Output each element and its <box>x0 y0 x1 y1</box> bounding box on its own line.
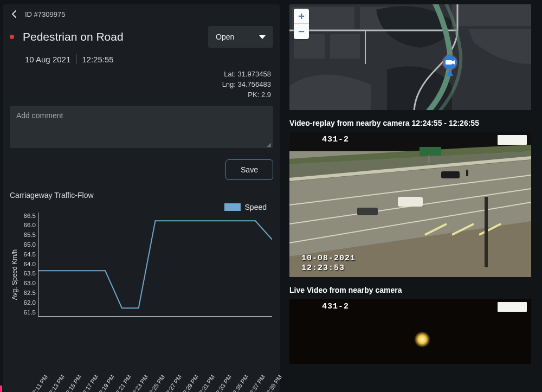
video-replay-label: Video-replay from nearby camera 12:24:55… <box>289 119 531 127</box>
lat-value: Lat: 31.973458 <box>10 69 271 80</box>
incident-title: Pedestrian on Road <box>23 30 124 43</box>
light-flare-icon <box>414 331 430 348</box>
svg-rect-33 <box>441 171 460 178</box>
chart-legend: Speed <box>10 203 273 211</box>
zoom-out-button[interactable]: − <box>294 24 309 39</box>
chart-plot-area <box>38 213 272 317</box>
incident-date: 10 Aug 2021 <box>25 55 70 64</box>
svg-rect-35 <box>357 208 378 215</box>
divider <box>76 54 76 64</box>
video-live[interactable]: 431-2 <box>289 299 531 364</box>
back-button[interactable] <box>10 10 18 18</box>
chart-title: Carriageway Traffic-Flow <box>10 191 273 200</box>
svg-rect-28 <box>446 60 452 65</box>
status-select[interactable]: Open <box>208 26 273 48</box>
incident-time: 12:25:55 <box>82 55 113 64</box>
y-axis-label: Avg. Speed Km/h <box>10 249 20 300</box>
speed-chart: Avg. Speed Km/h 66.566.065.565.064.564.0… <box>10 213 273 337</box>
comment-input[interactable] <box>10 106 273 148</box>
status-value: Open <box>216 33 234 41</box>
pk-value: PK: 2.9 <box>10 90 271 100</box>
incident-id: ID #7309975 <box>25 10 65 18</box>
y-axis-ticks: 66.566.065.565.064.564.063.563.062.562.0… <box>20 213 38 316</box>
save-button[interactable]: Save <box>225 159 273 180</box>
svg-rect-32 <box>428 156 430 163</box>
replay-camera-id: 431-2 <box>322 135 349 144</box>
camera-pin-icon <box>440 54 460 78</box>
edge-indicator <box>0 385 2 392</box>
zoom-in-button[interactable]: + <box>294 9 309 24</box>
legend-speed-label: Speed <box>245 203 267 211</box>
watermark-icon <box>498 302 527 312</box>
severity-dot-icon <box>10 35 14 39</box>
legend-swatch-icon <box>224 203 241 211</box>
live-camera-id: 431-2 <box>322 302 349 311</box>
replay-time-overlay: 12:23:53 <box>301 264 345 273</box>
replay-date-overlay: 10-08-2021 <box>301 254 356 263</box>
svg-rect-34 <box>398 197 423 207</box>
incident-map[interactable]: + − <box>289 4 531 110</box>
svg-rect-36 <box>466 170 468 176</box>
svg-rect-31 <box>420 147 441 156</box>
video-replay[interactable]: 431-2 10-08-2021 12:23:53 <box>289 132 531 277</box>
live-video-label: Live Video from nearby camera <box>289 286 531 294</box>
lng-value: Lng: 34.756483 <box>10 80 271 90</box>
x-axis-ticks: 12:11 PM12:13 PM12:15 PM12:17 PM12:19 PM… <box>33 388 267 392</box>
map-zoom-controls: + − <box>294 9 309 39</box>
chevron-down-icon <box>259 35 266 39</box>
watermark-icon <box>498 135 527 145</box>
svg-rect-40 <box>485 197 488 267</box>
